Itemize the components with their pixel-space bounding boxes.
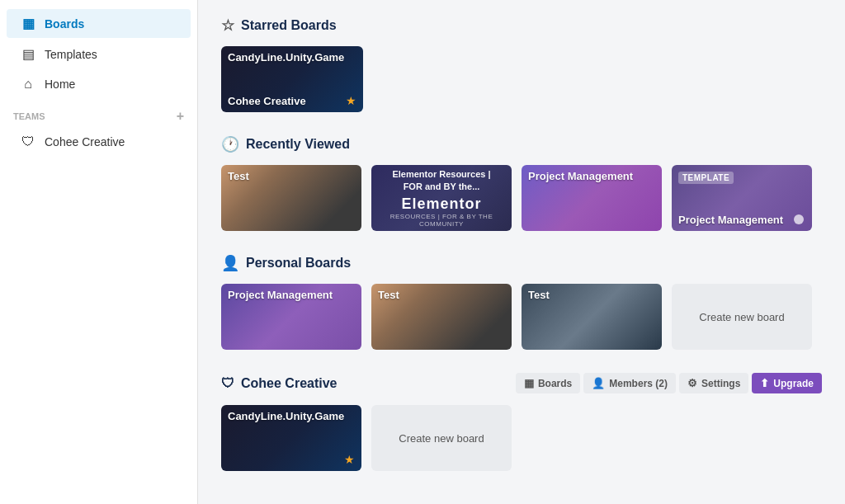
elementor-title: Elementor Resources |FOR and BY the... bbox=[392, 168, 490, 192]
members-btn-label: Members (2) bbox=[609, 378, 668, 389]
upgrade-btn-icon: ⬆ bbox=[760, 377, 769, 389]
boards-btn-icon: ▦ bbox=[524, 377, 534, 389]
sidebar-item-boards[interactable]: ▦ Boards bbox=[7, 9, 191, 38]
boards-icon: ▦ bbox=[20, 16, 36, 31]
sidebar-boards-label: Boards bbox=[45, 17, 84, 31]
sidebar-item-home[interactable]: ⌂ Home bbox=[7, 70, 191, 98]
sidebar-templates-label: Templates bbox=[45, 48, 97, 61]
board-card-candyline[interactable]: CandyLine.Unity.Game Cohee Creative ★ bbox=[221, 46, 363, 112]
cohee-creative-section: 🛡 Cohee Creative ▦ Boards 👤 Members (2) … bbox=[221, 373, 822, 471]
board-name-proj-personal: Project Management bbox=[228, 289, 333, 301]
cohee-title-icon: 🛡 bbox=[221, 376, 234, 391]
board-card-test-personal2[interactable]: Test bbox=[522, 284, 662, 350]
board-card-test-personal1[interactable]: Test bbox=[371, 284, 512, 350]
personal-title-text: Personal Boards bbox=[246, 256, 351, 271]
create-personal-label: Create new board bbox=[699, 311, 784, 323]
star-section-icon: ☆ bbox=[221, 16, 234, 35]
sidebar-home-label: Home bbox=[45, 78, 75, 91]
board-name-test-recent: Test bbox=[228, 170, 249, 182]
elementor-logo: Elementor bbox=[401, 195, 481, 213]
recently-viewed-section: 🕐 Recently Viewed Test Elementor Resourc… bbox=[221, 135, 822, 231]
template-badge: TEMPLATE bbox=[678, 172, 734, 184]
cohee-settings-button[interactable]: ⚙ Settings bbox=[679, 373, 748, 393]
cohee-star-icon: ★ bbox=[344, 453, 355, 466]
settings-btn-icon: ⚙ bbox=[687, 377, 697, 389]
cohee-title-text: Cohee Creative bbox=[241, 376, 338, 391]
starred-title-text: Starred Boards bbox=[241, 18, 337, 33]
star-filled-icon: ★ bbox=[346, 94, 356, 107]
cohee-members-button[interactable]: 👤 Members (2) bbox=[583, 373, 676, 393]
cohee-upgrade-button[interactable]: ⬆ Upgrade bbox=[752, 373, 822, 393]
board-name-proj-template: Project Management bbox=[672, 209, 812, 231]
sidebar-item-templates[interactable]: ▤ Templates bbox=[7, 40, 191, 68]
cohee-section-header: 🛡 Cohee Creative ▦ Boards 👤 Members (2) … bbox=[221, 373, 822, 393]
elementor-sub: RESOURCES | FOR & BY THE COMMUNITY bbox=[378, 213, 505, 228]
create-cohee-label: Create new board bbox=[399, 432, 484, 445]
sidebar-cohee-label: Cohee Creative bbox=[45, 135, 125, 148]
cohee-section-title: 🛡 Cohee Creative bbox=[221, 376, 338, 391]
elementor-content: Elementor Resources |FOR and BY the... E… bbox=[371, 165, 512, 231]
board-card-proj-mgmt-template[interactable]: TEMPLATE Project Management bbox=[672, 165, 812, 231]
board-card-candyline-cohee[interactable]: CandyLine.Unity.Game ★ bbox=[221, 405, 361, 471]
teams-header: TEAMS + bbox=[0, 99, 197, 127]
settings-btn-label: Settings bbox=[701, 378, 740, 389]
board-card-subtitle: Cohee Creative bbox=[221, 90, 363, 112]
board-card-proj-mgmt-recent[interactable]: Project Management bbox=[522, 165, 662, 231]
cohee-boards-button[interactable]: ▦ Boards bbox=[516, 373, 580, 393]
boards-btn-label: Boards bbox=[538, 378, 572, 389]
upgrade-btn-label: Upgrade bbox=[773, 378, 814, 389]
sidebar-item-cohee-creative[interactable]: 🛡 Cohee Creative bbox=[7, 128, 191, 156]
cohee-icon: 🛡 bbox=[20, 134, 36, 149]
members-btn-icon: 👤 bbox=[592, 377, 605, 389]
board-name-candyline-cohee: CandyLine.Unity.Game bbox=[228, 410, 344, 422]
starred-boards-grid: CandyLine.Unity.Game Cohee Creative ★ bbox=[221, 46, 822, 112]
main-content: ☆ Starred Boards CandyLine.Unity.Game Co… bbox=[198, 0, 845, 504]
add-team-button[interactable]: + bbox=[177, 109, 184, 124]
board-card-proj-mgmt-personal[interactable]: Project Management bbox=[221, 284, 361, 350]
board-card-name: CandyLine.Unity.Game bbox=[228, 51, 344, 64]
templates-icon: ▤ bbox=[20, 46, 36, 62]
teams-label: TEAMS bbox=[13, 111, 45, 121]
create-cohee-board-card[interactable]: Create new board bbox=[371, 405, 512, 471]
circle-dot-icon bbox=[794, 214, 804, 224]
board-name-test-personal1: Test bbox=[378, 289, 399, 301]
starred-boards-section: ☆ Starred Boards CandyLine.Unity.Game Co… bbox=[221, 16, 822, 112]
create-personal-board-card[interactable]: Create new board bbox=[672, 284, 812, 350]
board-name-test-personal2: Test bbox=[528, 289, 550, 301]
sidebar: ▦ Boards ▤ Templates ⌂ Home TEAMS + 🛡 Co… bbox=[0, 0, 198, 504]
personal-boards-section: 👤 Personal Boards Project Management Tes… bbox=[221, 254, 822, 350]
clock-icon: 🕐 bbox=[221, 135, 239, 153]
person-section-icon: 👤 bbox=[221, 254, 239, 272]
recently-title-text: Recently Viewed bbox=[246, 137, 350, 152]
personal-boards-grid: Project Management Test Test Create new … bbox=[221, 284, 822, 350]
recently-viewed-title: 🕐 Recently Viewed bbox=[221, 135, 822, 153]
board-card-elementor[interactable]: Elementor Resources |FOR and BY the... E… bbox=[371, 165, 512, 231]
board-card-test-recent[interactable]: Test bbox=[221, 165, 361, 231]
cohee-boards-grid: CandyLine.Unity.Game ★ Create new board bbox=[221, 405, 822, 471]
starred-boards-title: ☆ Starred Boards bbox=[221, 16, 822, 35]
personal-boards-title: 👤 Personal Boards bbox=[221, 254, 822, 272]
recently-viewed-grid: Test Elementor Resources |FOR and BY the… bbox=[221, 165, 822, 231]
board-name-proj-mgmt-recent: Project Management bbox=[528, 170, 633, 182]
cohee-actions: ▦ Boards 👤 Members (2) ⚙ Settings ⬆ Upgr… bbox=[516, 373, 822, 393]
home-icon: ⌂ bbox=[20, 77, 36, 92]
